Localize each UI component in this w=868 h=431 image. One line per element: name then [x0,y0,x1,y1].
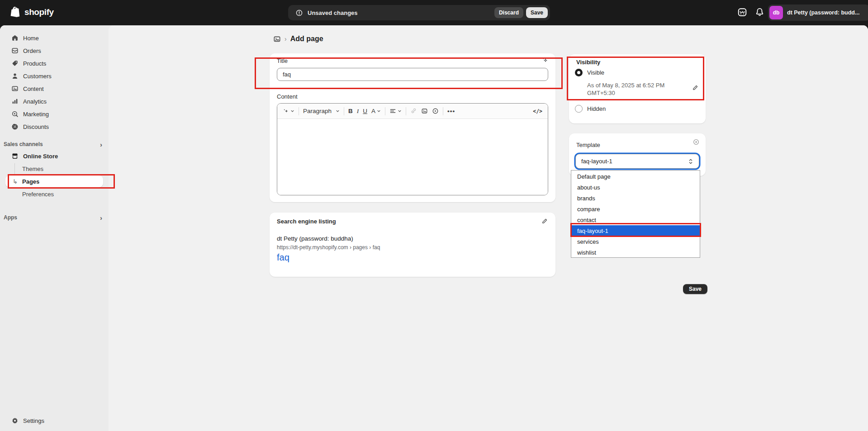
user-name: dt Petty (password: budd... [787,9,859,16]
bar-chart-icon [11,98,19,105]
sidebar-item-pages[interactable]: ↳ Pages [0,175,109,188]
dropdown-option[interactable]: Default page [571,171,700,182]
page-title: Add page [290,35,323,43]
main-content: › Add page Title Content Paragraph [109,25,868,431]
italic-button[interactable]: I [357,108,359,115]
sidebar-item-analytics[interactable]: Analytics [0,95,109,108]
edit-pencil-icon[interactable] [541,218,548,224]
dropdown-option[interactable]: wishlist [571,247,700,258]
edit-pencil-icon[interactable] [692,84,699,91]
sidebar-item-label: Home [23,35,39,42]
visibility-card: Visibility Visible As of May 8, 2025 at … [569,54,706,123]
discard-button[interactable]: Discard [494,7,523,18]
sidebar-item-orders[interactable]: Orders [0,44,109,57]
template-select[interactable]: faq-layout-1 [575,154,699,169]
apps-label: Apps [4,214,17,221]
active-item-highlight [5,175,103,187]
ai-sparkle-icon[interactable] [541,57,548,64]
seo-url: https://dt-petty.myshopify.com › pages ›… [277,244,380,251]
visible-radio-row[interactable]: Visible [575,69,604,76]
bold-button[interactable]: B [348,108,353,114]
sidebar-item-label: Online Store [23,153,58,160]
tag-icon [11,60,19,67]
pages-icon[interactable] [273,35,281,43]
dropdown-option[interactable]: compare [571,204,700,214]
topbar: shopify Unsaved changes Discard Save db … [0,0,868,25]
dropdown-option-selected[interactable]: faq-layout-1 [571,225,700,236]
text-color-label: A [371,108,375,114]
sidebar-item-label: Settings [23,417,44,424]
visible-label: Visible [587,69,604,76]
person-icon [11,72,19,80]
shopify-bag-icon [10,6,21,19]
sidebar-item-label: Pages [22,178,39,185]
visibility-heading: Visibility [576,59,600,66]
sidebar-item-discounts[interactable]: Discounts [0,120,109,133]
editor-toolbar: Paragraph B I U A [277,104,548,119]
sidebar-item-label: Products [23,60,46,67]
apps-header[interactable]: Apps › [0,212,109,223]
shopify-logo: shopify [10,6,54,19]
seo-heading: Search engine listing [277,218,336,225]
sidebar-item-content[interactable]: Content [0,82,109,95]
more-options-icon[interactable]: ••• [447,108,455,114]
sales-channels-label: Sales channels [4,141,43,147]
link-icon[interactable] [410,108,417,114]
save-button[interactable]: Save [683,284,707,294]
avatar: db [769,6,783,19]
media-icon [11,85,19,92]
sidebar-item-marketing[interactable]: Marketing [0,108,109,120]
user-menu[interactable]: db dt Petty (password: budd... [768,5,868,21]
sidebar-item-label: Analytics [23,98,47,105]
title-label: Title [277,57,288,64]
sales-channels-header[interactable]: Sales channels › [0,139,109,150]
app-shell: Home Orders Products Customers Content A… [0,25,868,431]
sidebar-item-home[interactable]: Home [0,32,109,44]
target-icon [11,110,19,118]
home-icon [11,34,19,42]
text-color-button[interactable]: A [371,108,381,114]
toolbar-divider [299,107,299,115]
content-label: Content [277,93,298,100]
bell-icon[interactable] [755,7,765,17]
dropdown-option[interactable]: contact [571,214,700,225]
sidebar-item-customers[interactable]: Customers [0,70,109,82]
toolbar-divider [385,107,385,115]
sidebar-item-label: Customers [23,73,52,80]
radio-unselected-icon[interactable] [575,105,583,113]
radio-selected-icon[interactable] [575,69,583,76]
toolbar-divider [344,107,344,115]
sidebar-item-preferences[interactable]: Preferences [0,188,109,200]
dropdown-option[interactable]: about-us [571,182,700,193]
dropdown-option[interactable]: services [571,236,700,247]
title-input[interactable] [277,68,548,81]
insert-video-icon[interactable] [432,108,439,114]
toolbar-divider [443,107,443,115]
template-card: Template faq-layout-1 [569,133,706,176]
editor-body[interactable] [277,119,548,195]
alert-icon [295,9,303,17]
storefront-icon [11,152,19,160]
store-icon[interactable] [737,7,747,17]
seo-page-title-link[interactable]: faq [277,252,289,263]
sidebar-item-online-store[interactable]: Online Store [0,150,109,162]
alignment-button[interactable] [389,108,402,114]
sidebar: Home Orders Products Customers Content A… [0,25,109,431]
gear-icon [11,417,19,424]
ai-assist-button[interactable] [283,108,294,114]
orders-icon [11,47,19,54]
topbar-save-button[interactable]: Save [526,7,548,18]
toolbar-divider [406,107,406,115]
sidebar-item-label: Discounts [23,123,49,130]
insert-image-icon[interactable] [421,108,428,114]
paragraph-style-dropdown[interactable]: Paragraph [303,108,340,114]
sidebar-item-products[interactable]: Products [0,57,109,70]
sidebar-item-themes[interactable]: Themes [0,162,109,175]
code-view-icon[interactable]: </> [533,108,542,114]
hidden-radio-row[interactable]: Hidden [575,105,606,113]
view-icon[interactable] [693,138,700,146]
underline-button[interactable]: U [363,108,367,114]
dropdown-option[interactable]: brands [571,193,700,204]
sidebar-item-settings[interactable]: Settings [0,414,109,427]
visibility-note: As of May 8, 2025 at 6:52 PM GMT+5:30 [587,81,678,97]
